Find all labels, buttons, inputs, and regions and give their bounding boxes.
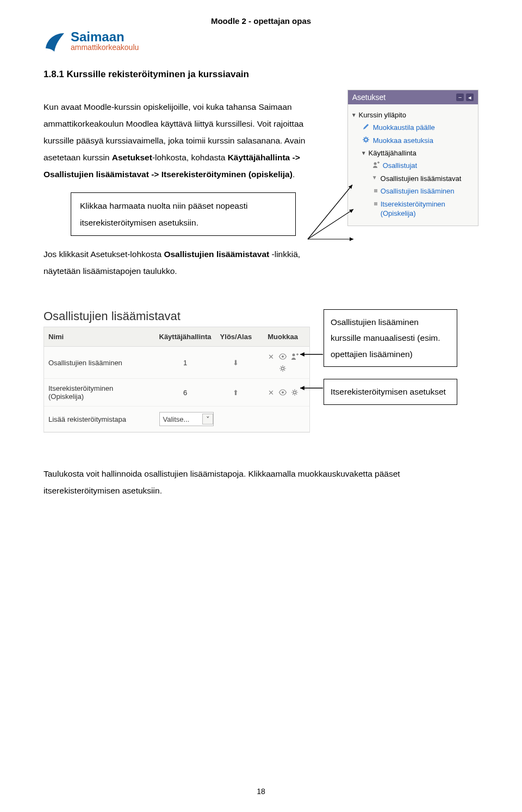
paragraph-3: Taulukosta voit hallinnoida osallistujie…	[44, 465, 478, 499]
text: Jos klikkasit Asetukset-lohkosta	[44, 249, 164, 259]
cell-count: 1	[155, 347, 216, 379]
text-bold: Asetukset	[112, 153, 152, 162]
logo-text: Saimaan ammattikorkeakoulu	[71, 30, 139, 52]
dock-icon[interactable]: ◂	[466, 93, 474, 101]
logo: Saimaan ammattikorkeakoulu	[44, 30, 478, 53]
enrolment-table: Nimi Käyttäjähallinta Ylös/Alas Muokkaa …	[44, 327, 310, 433]
callout-text: Klikkaa harmaata nuolta niin pääset nope…	[80, 201, 247, 227]
table-row: Itserekisteröityminen (Opiskelija) 6 ⬆ ✕	[44, 379, 309, 407]
chevron-down-icon: ▼	[361, 150, 366, 156]
cell-updown: ⬆	[216, 379, 257, 407]
chevron-down-icon: ▼	[351, 112, 357, 118]
logo-icon	[44, 30, 66, 53]
col-kayttajahallinta: Käyttäjähallinta	[155, 327, 216, 347]
page-number: 18	[0, 787, 522, 796]
cell-actions: ✕	[256, 379, 309, 407]
minimize-icon[interactable]: −	[456, 93, 464, 101]
select-value: Valitse...	[163, 415, 190, 423]
note-selfreg-settings: Itserekisteröitymisen asetukset	[324, 379, 457, 404]
group-label: Käyttäjähallinta	[369, 149, 417, 157]
svg-point-7	[282, 367, 284, 370]
col-name: Nimi	[44, 327, 155, 347]
bullet-icon	[374, 202, 377, 205]
callout-box: Klikkaa harmaata nuolta niin pääset nope…	[71, 192, 296, 236]
logo-title: Saimaan	[71, 30, 139, 43]
svg-point-0	[364, 138, 368, 141]
cell-add-select: Valitse... ˅	[155, 407, 310, 432]
item-label: Osallistujien lisääminen	[381, 186, 455, 196]
table-title: Osallistujien lisäämistavat	[44, 309, 310, 323]
arrow-up-icon[interactable]: ⬆	[233, 389, 239, 397]
arrow-icon	[298, 351, 324, 358]
svg-point-1	[374, 163, 376, 165]
item-label: Muokkaustila päälle	[373, 123, 435, 133]
col-muokkaa: Muokkaa	[256, 327, 309, 347]
item-label: Osallistujat	[383, 161, 418, 171]
paragraph-2: Jos klikkasit Asetukset-lohkosta Osallis…	[44, 246, 331, 279]
logo-subtitle: ammattikorkeakoulu	[71, 43, 139, 52]
settings-block-title: Asetukset	[352, 93, 386, 102]
group-label: Kurssin ylläpito	[359, 111, 406, 119]
table-row-add: Lisää rekisteröitymistapa Valitse... ˅	[44, 407, 309, 432]
paragraph-1: Kun avaat Moodle-kurssin opiskelijoille,…	[44, 98, 331, 183]
svg-point-8	[282, 391, 284, 393]
settings-block: Asetukset − ◂ ▼ Kurssin ylläpito Muokkau…	[347, 90, 478, 226]
main-column: Kun avaat Moodle-kurssin opiskelijoille,…	[44, 90, 331, 288]
block-header-icons: − ◂	[456, 93, 474, 101]
add-method-select[interactable]: Valitse... ˅	[159, 412, 214, 426]
settings-item-editmode[interactable]: Muokkaustila päälle	[351, 121, 475, 134]
svg-point-9	[294, 391, 296, 394]
arrow-icon	[298, 385, 324, 391]
eye-icon[interactable]	[278, 388, 287, 397]
delete-icon[interactable]: ✕	[266, 352, 275, 361]
chevron-down-icon: ˅	[202, 414, 213, 424]
item-label: Muokkaa asetuksia	[373, 136, 433, 146]
svg-point-5	[282, 355, 284, 358]
text-bold: Osallistujien lisäämistavat	[164, 249, 269, 259]
settings-subitem-selfreg[interactable]: Itserekisteröityminen (Opiskelija)	[351, 198, 475, 220]
bullet-icon	[374, 189, 377, 192]
cell-add-label: Lisää rekisteröitymistapa	[44, 407, 155, 432]
item-label: Osallistujien lisäämistavat	[381, 174, 462, 184]
delete-icon[interactable]: ✕	[266, 388, 275, 397]
settings-item-participants[interactable]: Osallistujat	[351, 159, 475, 172]
settings-group-course[interactable]: ▼ Kurssin ylläpito	[351, 111, 475, 119]
pencil-icon	[362, 123, 370, 130]
settings-group-users[interactable]: ▼ Käyttäjähallinta	[351, 149, 475, 157]
settings-subitem-manual[interactable]: Osallistujien lisääminen	[351, 185, 475, 198]
note-text: Osallistujien lisääminen kurssille manua…	[331, 317, 440, 359]
item-label: Itserekisteröityminen (Opiskelija)	[381, 199, 475, 218]
table-header-row: Nimi Käyttäjähallinta Ylös/Alas Muokkaa	[44, 327, 309, 347]
document-header: Moodle 2 - opettajan opas	[44, 16, 478, 26]
side-notes: Osallistujien lisääminen kurssille manua…	[324, 309, 457, 405]
page: Moodle 2 - opettajan opas Saimaan ammatt…	[0, 0, 522, 812]
settings-block-body: ▼ Kurssin ylläpito Muokkaustila päälle M…	[348, 104, 478, 226]
settings-block-header: Asetukset − ◂	[348, 90, 478, 104]
settings-item-editsettings[interactable]: Muokkaa asetuksia	[351, 134, 475, 147]
table-row: Osallistujien lisääminen 1 ⬇ ✕	[44, 347, 309, 379]
cell-updown: ⬇	[216, 347, 257, 379]
gear-icon[interactable]	[278, 364, 287, 373]
user-add-icon	[372, 161, 380, 168]
enrolment-table-wrap: Osallistujien lisäämistavat Nimi Käyttäj…	[44, 309, 310, 433]
chevron-down-icon: ▼	[372, 174, 377, 182]
cell-name: Osallistujien lisääminen	[44, 347, 155, 379]
cell-count: 6	[155, 379, 216, 407]
section-heading: 1.8.1 Kurssille rekisteröityminen ja kur…	[44, 69, 478, 80]
text: .	[293, 170, 295, 179]
arrow-down-icon[interactable]: ⬇	[233, 359, 239, 367]
text: -lohkosta, kohdasta	[152, 153, 228, 162]
note-text: Itserekisteröitymisen asetukset	[331, 387, 446, 396]
settings-item-enrolment-methods[interactable]: ▼ Osallistujien lisäämistavat	[351, 172, 475, 185]
gear-icon	[362, 136, 370, 143]
eye-icon[interactable]	[278, 352, 287, 361]
cell-name: Itserekisteröityminen (Opiskelija)	[44, 379, 155, 407]
svg-point-6	[293, 354, 295, 357]
col-updown: Ylös/Alas	[216, 327, 257, 347]
note-manual-enrol: Osallistujien lisääminen kurssille manua…	[324, 309, 457, 367]
